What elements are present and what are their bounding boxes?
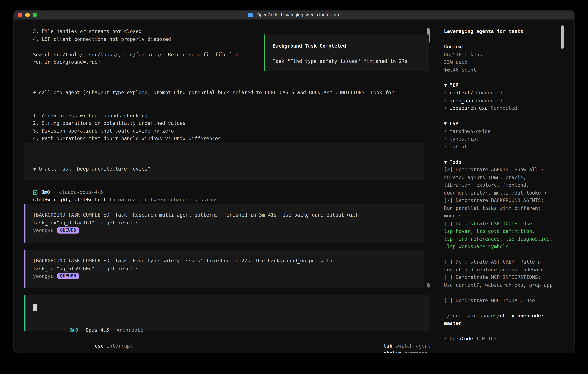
session-sidebar[interactable]: Leveraging agents for tasks Context 66,5… — [438, 20, 574, 353]
tab-key-label: switch agent — [392, 343, 430, 348]
workspace-path: ~/local-workspaces/oh-my-opencode: — [444, 312, 568, 320]
separator-dot: · — [53, 189, 56, 196]
status-badge: QUEUED — [57, 227, 79, 234]
mcp-item: •grep_appConnected — [444, 97, 568, 104]
message-meta: yeongyuQUEUED — [33, 272, 424, 280]
todo-heading-label: Todo — [450, 159, 461, 165]
tab-key-hint: tab — [384, 343, 392, 348]
lsp-item: •typescript — [444, 135, 568, 143]
app-version: 1.0.163 — [476, 336, 497, 342]
context-used: 33% used — [444, 58, 568, 66]
hint-text: to navigate between subagent sessions — [106, 197, 218, 202]
spinner-dots-icon: ········ — [61, 343, 90, 348]
status-right: tab switch agent ctrl+p commands — [342, 334, 430, 353]
todo-heading[interactable]: ▼Todo — [444, 158, 568, 166]
esc-key-label: interrupt — [104, 343, 133, 348]
message-author: yeongyu — [33, 273, 53, 279]
agent-session-header: OmO · claude-opus-4-5 — [33, 189, 103, 197]
ctrlp-key-label: commands — [401, 350, 428, 353]
notification-title: Background Task Completed — [273, 42, 429, 50]
oracle-task-title-line: ◉ Oracle Task "Deep architecture review" — [33, 165, 424, 173]
input-agent-name: OmO — [69, 327, 78, 333]
lsp-item: •markdown-oxide — [444, 128, 568, 135]
mcp-server-name: context7 — [450, 90, 473, 96]
lsp-section: ▼LSP •markdown-oxide •typescript •eslint — [444, 120, 568, 151]
agent-model: claude-opus-4-5 — [59, 189, 103, 196]
status-left: ········esc interrupt — [25, 334, 133, 353]
mcp-item: •context7Connected — [444, 89, 568, 97]
message-author: yeongyu — [33, 228, 53, 233]
oracle-icon: ◉ — [33, 166, 36, 172]
chevron-down-icon: ▼ — [444, 82, 447, 88]
message-text: [BACKGROUND TASK COMPLETED] Task "Find t… — [33, 257, 424, 272]
input-model-name: Opus 4.5 — [86, 327, 109, 333]
bullet-icon: • — [444, 128, 447, 134]
status-bar: ········esc interrupt tab switch agent c… — [25, 334, 430, 353]
session-title: Leveraging agents for tasks — [444, 28, 568, 35]
lsp-heading[interactable]: ▼LSP — [444, 120, 568, 128]
chevron-down-icon: ▼ — [444, 121, 447, 126]
text-cursor — [33, 303, 37, 311]
mcp-server-name: websearch_exa — [450, 105, 488, 111]
mcp-heading-label: MCP — [450, 82, 458, 88]
window-title-text: [OpenCode] Leveraging agents for tasks ◐ — [255, 12, 340, 17]
message-text: [BACKGROUND TASK COMPLETED] Task "Resear… — [33, 211, 424, 227]
bullet-icon: • — [444, 144, 447, 149]
notification-body: Task "Find type safety issues" finished … — [273, 58, 429, 65]
app-name: Open — [450, 336, 461, 342]
mcp-item: •websearch_exaConnected — [444, 104, 568, 112]
todo-item-pending: [ ] Demonstrate AST-GREP: Pattern search… — [444, 258, 568, 274]
bullet-icon: • — [444, 90, 447, 96]
message-card-type-safety: [BACKGROUND TASK COMPLETED] Task "Find t… — [24, 250, 424, 288]
context-heading: Context — [444, 43, 568, 51]
bullet-icon: • — [444, 336, 447, 342]
lsp-server-name: typescript — [450, 136, 479, 142]
prompt-input[interactable]: OmOOpus 4.5Anthropic — [24, 295, 430, 331]
hint-keys: ctrl+x right, ctrl+x left — [33, 197, 106, 202]
transcript-pane[interactable]: 3. File handles or streams not closed 4.… — [14, 20, 438, 353]
oracle-task-title: Oracle Task "Deep architecture review" — [36, 166, 150, 172]
context-section: Context 66,518 tokens 33% used $0.46 spe… — [444, 43, 568, 74]
todo-item-pending: [ ] Demonstrate MULTIMODAL: Use — [444, 297, 568, 304]
tool-call-text: call_omo_agent [subagent_type=explore, p… — [36, 90, 394, 95]
commands-hint: ctrl+p commands — [384, 350, 428, 353]
gear-icon: ⚙ — [33, 90, 36, 95]
todo-item-active: [ ] Demonstrate LSP TOOLS: Use lsp_hover… — [444, 220, 568, 251]
lsp-server-name: eslint — [450, 144, 467, 149]
window-titlebar[interactable]: [OpenCode] Leveraging agents for tasks ◐ — [14, 10, 574, 20]
tool-call-first-line: ⚙ call_omo_agent [subagent_type=explore,… — [33, 89, 394, 96]
chevron-down-icon: ▼ — [444, 159, 447, 165]
folder-icon — [248, 13, 253, 17]
lsp-item: •eslint — [444, 143, 568, 151]
sidebar-scrollbar-thumb[interactable] — [561, 25, 564, 49]
background-task-notification: Background Task Completed Task "Find typ… — [264, 34, 429, 71]
agent-square-icon — [33, 190, 37, 195]
app-name-bold: Code — [461, 336, 473, 342]
mcp-section: ▼MCP •context7Connected •grep_appConnect… — [444, 82, 568, 112]
tab-hint: tab switch agent — [384, 343, 430, 348]
esc-key-hint: esc — [95, 343, 104, 348]
todo-section: ▼Todo [✓] Demonstrate AGENTS: Show all 7… — [444, 158, 568, 304]
workspace-section: ~/local-workspaces/oh-my-opencode: maste… — [444, 312, 568, 327]
status-badge: QUEUED — [57, 273, 79, 279]
todo-item-done: [✓] Demonstrate BACKGROUND AGENTS: Run p… — [444, 197, 568, 220]
mcp-server-status: Connected — [476, 90, 503, 96]
window-content: 3. File handles or streams not closed 4.… — [14, 20, 574, 353]
message-meta: yeongyuQUEUED — [33, 227, 424, 234]
agent-name: OmO — [41, 189, 50, 196]
app-version-footer: •OpenCode1.0.163 — [444, 335, 568, 343]
context-tokens: 66,518 tokens — [444, 51, 568, 58]
window-title: [OpenCode] Leveraging agents for tasks ◐ — [14, 10, 574, 19]
mcp-server-name: grep_app — [450, 98, 473, 103]
oracle-task-panel: ◉ Oracle Task "Deep architecture review"… — [24, 143, 424, 180]
mcp-heading[interactable]: ▼MCP — [444, 82, 568, 89]
bullet-icon: • — [444, 105, 447, 111]
context-spent: $0.46 spent — [444, 66, 568, 74]
lsp-heading-label: LSP — [450, 121, 458, 126]
transcript-scrollbar-thumb-secondary[interactable] — [427, 283, 430, 288]
subagent-navigation-hint: ctrl+x right, ctrl+x left to navigate be… — [33, 196, 424, 204]
transcript-text-block: 3. File handles or streams not closed 4.… — [33, 28, 241, 66]
opencode-window: [OpenCode] Leveraging agents for tasks ◐… — [14, 10, 574, 353]
todo-item-pending: [ ] Demonstrate MCP INTEGRATIONS: Use co… — [444, 274, 568, 289]
input-provider-name: Anthropic — [117, 327, 143, 333]
